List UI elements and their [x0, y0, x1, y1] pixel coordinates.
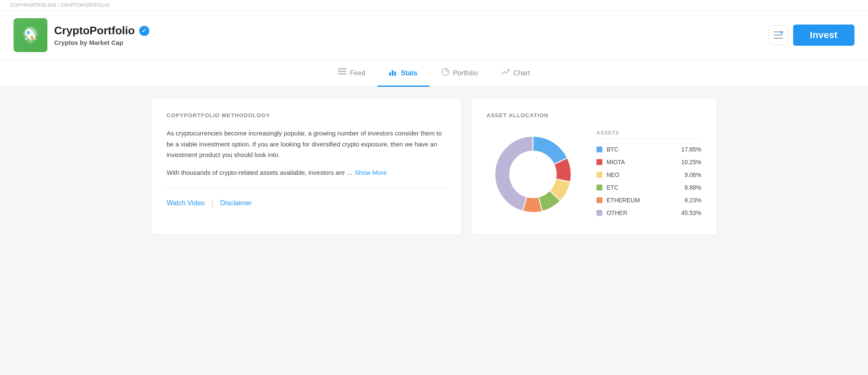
tab-stats[interactable]: Stats [377, 61, 429, 87]
legend-asset-name: ETC [607, 184, 680, 191]
legend-item: BTC17.85% [596, 143, 701, 156]
asset-allocation-title: ASSET ALLOCATION [486, 112, 701, 119]
portfolio-info: CryptoPortfolio ✓ Cryptos by Market Cap [54, 24, 149, 46]
breadcrumb-parent[interactable]: COPYPORTFOLIOS [10, 3, 56, 8]
legend-item: OTHER45.53% [596, 207, 701, 219]
tab-stats-label: Stats [401, 69, 418, 77]
asset-allocation-inner: ASSETS BTC17.85%MIOTA10.25%NEO9.06%ETC8.… [486, 128, 701, 221]
card-divider [167, 188, 446, 188]
invest-button[interactable]: Invest [793, 25, 854, 46]
methodology-card: COPYPORTFOLIO METHODOLOGY As cryptocurre… [151, 99, 461, 234]
legend-asset-pct: 8.23% [680, 197, 701, 204]
methodology-paragraph-2: With thousands of crypto-related assets … [167, 167, 446, 178]
legend-asset-name: OTHER [607, 210, 680, 216]
tab-chart[interactable]: Chart [490, 61, 542, 87]
svg-rect-6 [774, 35, 783, 36]
portfolio-logo: B [14, 18, 47, 52]
legend-asset-name: MIOTA [607, 159, 680, 165]
portfolio-title: CryptoPortfolio [54, 24, 135, 37]
disclaimer-link[interactable]: Disclaimer [220, 199, 252, 207]
legend-item: MIOTA10.25% [596, 156, 701, 168]
tab-navigation: Feed Stats Portfolio Chart [0, 60, 868, 87]
svg-rect-7 [774, 38, 783, 39]
chart-icon [502, 68, 510, 78]
rocket-icon: B [19, 24, 41, 46]
legend-item: ETHEREUM8.23% [596, 194, 701, 207]
menu-icon: + [774, 31, 783, 39]
portfolio-icon [441, 68, 450, 78]
legend-item: NEO9.06% [596, 168, 701, 181]
tab-feed-label: Feed [350, 69, 365, 77]
tab-portfolio[interactable]: Portfolio [429, 61, 490, 87]
legend-color-swatch [596, 210, 602, 216]
legend-color-swatch [596, 172, 602, 178]
page-header: B CryptoPortfolio ✓ Cryptos by Market [0, 11, 868, 60]
legend-title: ASSETS [596, 130, 701, 139]
legend-color-swatch [596, 159, 602, 165]
legend-color-swatch [596, 197, 602, 203]
methodology-paragraph-1: As cryptocurrencies become increasingly … [167, 128, 446, 160]
main-content: COPYPORTFOLIO METHODOLOGY As cryptocurre… [138, 87, 730, 246]
watch-video-link[interactable]: Watch Video [167, 199, 205, 207]
portfolio-name-row: CryptoPortfolio ✓ [54, 24, 149, 37]
legend-asset-pct: 10.25% [680, 159, 701, 165]
legend-color-swatch [596, 146, 602, 152]
legend-item: ETC8.88% [596, 181, 701, 194]
tab-portfolio-label: Portfolio [453, 69, 478, 77]
stats-icon [389, 68, 398, 78]
asset-allocation-card: ASSET ALLOCATION ASSETS BTC17.85%MIOTA10… [471, 99, 717, 234]
show-more-link[interactable]: Show More [354, 169, 387, 176]
svg-rect-14 [392, 70, 393, 76]
tab-feed[interactable]: Feed [326, 61, 377, 87]
svg-text:+: + [780, 31, 782, 34]
legend-asset-pct: 17.85% [680, 146, 701, 153]
breadcrumb-separator: / [58, 3, 59, 8]
svg-rect-13 [389, 72, 391, 76]
legend-asset-pct: 45.53% [680, 210, 701, 216]
link-divider: | [212, 199, 214, 207]
portfolio-subtitle: Cryptos by Market Cap [54, 39, 149, 46]
verified-badge: ✓ [139, 26, 149, 36]
legend-asset-pct: 9.06% [680, 171, 701, 178]
methodology-title: COPYPORTFOLIO METHODOLOGY [167, 112, 446, 119]
menu-button[interactable]: + [769, 25, 788, 45]
tab-chart-label: Chart [514, 69, 530, 77]
header-right: + Invest [769, 25, 854, 46]
header-left: B CryptoPortfolio ✓ Cryptos by Market [14, 18, 149, 52]
svg-point-3 [27, 31, 30, 34]
legend-asset-name: NEO [607, 171, 680, 178]
svg-rect-11 [338, 71, 346, 72]
legend-asset-name: ETHEREUM [607, 197, 680, 204]
legend-color-swatch [596, 185, 602, 190]
svg-rect-10 [338, 68, 346, 69]
breadcrumb-current: CRYPTOPORTFOLIO [61, 3, 110, 8]
legend-asset-name: BTC [607, 146, 680, 153]
feed-icon [338, 68, 346, 78]
svg-rect-12 [338, 73, 346, 74]
svg-rect-15 [394, 72, 396, 76]
asset-legend: ASSETS BTC17.85%MIOTA10.25%NEO9.06%ETC8.… [596, 130, 701, 219]
donut-chart [486, 128, 580, 221]
card-links: Watch Video | Disclaimer [167, 199, 446, 207]
legend-asset-pct: 8.88% [680, 184, 701, 191]
breadcrumb: COPYPORTFOLIOS / CRYPTOPORTFOLIO [0, 0, 868, 11]
